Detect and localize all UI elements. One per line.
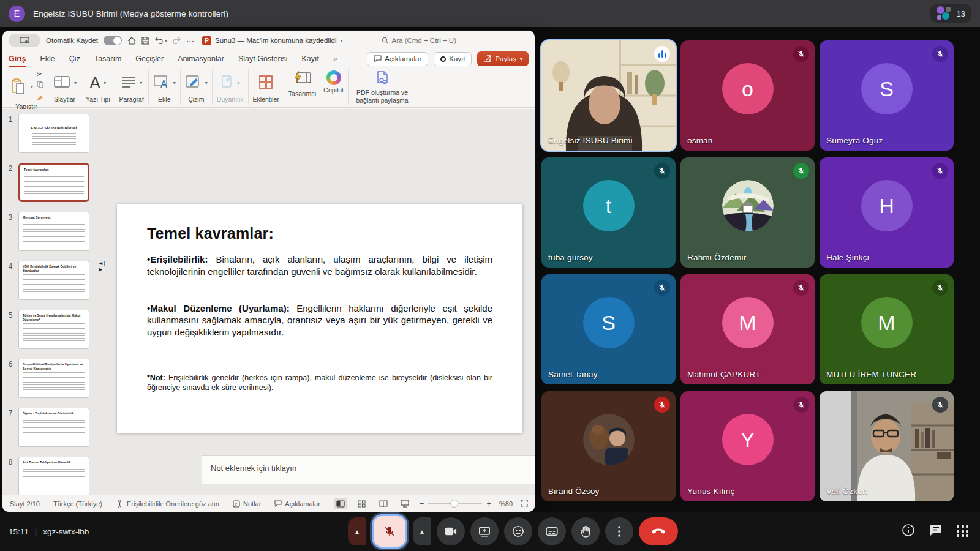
participant-tile[interactable]: M Mahmut ÇAPKURT [680, 274, 815, 384]
fit-slide-button[interactable] [521, 500, 528, 508]
more-options-button[interactable] [605, 517, 633, 545]
thumbnail-6[interactable]: 6 Sosyo-Kültürel Faaliyetlerde Uyarlama … [2, 359, 102, 398]
notes-toggle[interactable]: Notlar [233, 500, 261, 508]
zoom-in-button[interactable]: + [486, 499, 491, 508]
designer-copilot-group: Tasarımcı Copilot [284, 69, 349, 105]
participant-tile[interactable]: t tuba gürsoy [541, 157, 676, 268]
chat-button[interactable] [929, 523, 943, 539]
screen-share-indicator[interactable] [9, 34, 40, 47]
thumbnail-3[interactable]: 3 Mevzuat Çerçevesi: [2, 212, 102, 251]
participant-tile[interactable]: Engelsiz ISUBÜ Birimi [541, 40, 676, 151]
comments-toggle[interactable]: Açıklamalar [274, 500, 320, 508]
participant-tile[interactable]: o osman [680, 40, 815, 151]
slideshow-view-button[interactable] [398, 498, 412, 509]
raise-hand-button[interactable] [571, 517, 600, 545]
search-field[interactable]: Ara (Cmd + Ctrl + U) [382, 37, 456, 44]
copy-icon[interactable] [37, 80, 43, 91]
document-chip[interactable]: P Sunu3 — Mac'im konumuna kaydedildi ▾ [202, 36, 342, 45]
participant-tile[interactable]: Rahmi Özdemir [680, 157, 815, 268]
slide-sorter-view-button[interactable] [355, 498, 369, 509]
participant-tile[interactable]: Y Yunus Kılınç [680, 391, 815, 501]
record-button[interactable]: Kayıt [434, 52, 472, 66]
meeting-details-button[interactable] [902, 523, 915, 539]
normal-view-button[interactable] [334, 498, 347, 509]
font-group[interactable]: A▾ Yazı Tipi [81, 69, 115, 105]
participant-tile[interactable]: H Hale Şirikçi [820, 157, 954, 268]
tabs-overflow-icon[interactable]: » [333, 54, 337, 63]
mic-off-icon [793, 280, 809, 296]
participant-tile[interactable]: Veli Özkurt [820, 391, 954, 501]
activities-button[interactable] [957, 525, 969, 538]
accessibility-checker[interactable]: Erişilebilirlik: Önerilere göz atın [116, 500, 219, 508]
format-painter-icon[interactable] [36, 92, 43, 103]
thumbnail-8[interactable]: 8 Acil Durum Tahliyesi ve Güvenlik [2, 457, 102, 496]
zoom-out-button[interactable]: − [420, 499, 424, 508]
share-button[interactable]: Paylaş ▾ [477, 51, 529, 66]
thumbnail-2-selected[interactable]: 2 Temel kavramlar: [2, 163, 102, 202]
draw-group[interactable]: ▾ Çizim [181, 69, 213, 105]
tab-slayt-gosterisi[interactable]: Slayt Gösterisi [238, 52, 288, 66]
tab-giris[interactable]: Giriş [9, 52, 26, 66]
tab-gecisler[interactable]: Geçişler [135, 52, 164, 66]
thumbnail-1[interactable]: 1 ENGELSİZ ISUBÜ BİRİMİ [2, 114, 102, 153]
participant-tile[interactable]: S Samet Tanay [541, 274, 676, 384]
copilot-button[interactable]: Copilot [323, 70, 344, 98]
camera-toggle-button[interactable] [437, 517, 465, 545]
tab-tasarim[interactable]: Tasarım [94, 52, 121, 66]
avatar: Y [722, 414, 774, 465]
avatar: S [861, 63, 913, 114]
zoom-percent[interactable]: %80 [499, 500, 513, 508]
cut-icon[interactable]: ✂ [37, 70, 43, 78]
comments-button[interactable]: Açıklamalar [367, 52, 428, 66]
notes-pane[interactable]: Not eklemek için tıklayın [202, 455, 535, 484]
paste-group[interactable]: ▾ ✂ Yapıştır [5, 69, 48, 105]
presenting-icon [20, 37, 29, 44]
reactions-button[interactable] [504, 517, 532, 545]
mic-off-icon [793, 397, 809, 413]
present-icon [478, 527, 491, 537]
participant-tile[interactable]: Birand Özsoy [541, 391, 676, 501]
redo-button[interactable] [173, 37, 181, 44]
participant-tile[interactable]: M MUTLU İREM TUNCER [820, 274, 954, 384]
language-indicator[interactable]: Türkçe (Türkiye) [53, 500, 102, 508]
slide-thumbnail-panel[interactable]: 1 ENGELSİZ ISUBÜ BİRİMİ 2 Temel kavramla… [2, 109, 102, 501]
autosave-toggle[interactable] [104, 36, 122, 45]
pdf-group[interactable]: PDF oluşturma ve bağlantı paylaşma [349, 69, 416, 105]
participant-count-pill[interactable]: 13 [930, 4, 971, 23]
raise-hand-icon [580, 525, 591, 538]
slides-group[interactable]: ▾ Slaytlar [48, 69, 81, 105]
tab-ciz[interactable]: Çiz [69, 52, 80, 66]
accessibility-icon [116, 500, 124, 508]
zoom-slider-thumb[interactable] [450, 500, 458, 508]
reading-view-button[interactable] [377, 498, 390, 509]
present-screen-button[interactable] [470, 517, 499, 545]
leave-call-button[interactable] [639, 517, 678, 545]
undo-button[interactable]: ▾ [155, 37, 167, 44]
mic-toggle-button[interactable] [374, 516, 405, 547]
share-caret-icon: ▾ [520, 56, 522, 62]
tab-ekle[interactable]: Ekle [40, 52, 55, 66]
captions-button[interactable] [538, 517, 566, 545]
save-icon[interactable] [141, 37, 149, 45]
avatar-photo [583, 414, 635, 465]
clock: 15:11 [9, 527, 29, 536]
participant-tile[interactable]: S Sumeyra Oguz [820, 40, 954, 151]
meet-top-bar: E Engelsiz ISUBÜ Birimi (Medya gösterme … [0, 0, 980, 27]
paragraph-group[interactable]: ▾ Paragraf [115, 69, 149, 105]
tab-kayit[interactable]: Kayıt [302, 52, 320, 66]
thumbnail-4[interactable]: 4 YÖK Erişilebilirlik Bayrak Ödülleri ve… [2, 261, 102, 300]
camera-options-button[interactable]: ▲ [413, 517, 431, 545]
insert-group[interactable]: A▾ Ekle [149, 69, 181, 105]
current-slide[interactable]: Temel kavramlar: •Erişilebilirlik: Binal… [117, 204, 522, 433]
slide-title: Temel kavramlar: [147, 225, 492, 242]
addins-group[interactable]: Eklentiler [249, 69, 284, 105]
more-commands-button[interactable]: ··· [186, 36, 194, 45]
mic-options-button[interactable]: ▲ [348, 517, 366, 545]
designer-button[interactable]: Tasarımcı [288, 70, 317, 98]
avatar: t [583, 180, 635, 231]
home-icon[interactable] [127, 37, 136, 45]
thumbnail-7[interactable]: 7 Öğrenci Toplulukları ve Görünürlük [2, 408, 102, 447]
tab-animasyonlar[interactable]: Animasyonlar [178, 52, 224, 66]
zoom-slider[interactable]: − + [420, 499, 491, 508]
thumbnail-5[interactable]: 5 Eğitim ve Sınav Uygulamalarında Makul … [2, 310, 102, 349]
